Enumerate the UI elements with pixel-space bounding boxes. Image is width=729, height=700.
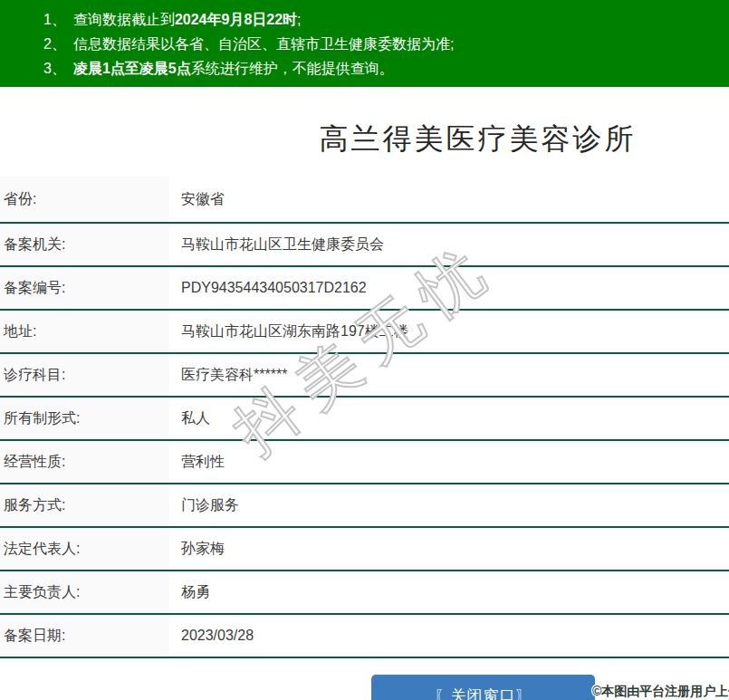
notice-text: 信息数据结果以各省、自治区、直辖市卫生健康委数据为准; — [73, 36, 454, 52]
table-row-departments: 诊疗科目: 医疗美容科****** — [0, 354, 729, 398]
notice-line-3: 3、凌晨1点至凌晨5点系统进行维护，不能提供查询。 — [43, 56, 720, 81]
notice-banner: 1、查询数据截止到2024年9月8日22时; 2、信息数据结果以各省、自治区、直… — [0, 0, 729, 87]
row-value: 杨勇 — [169, 571, 729, 613]
table-row-ownership: 所有制形式: 私人 — [0, 398, 729, 441]
notice-text-bold: 2024年9月8日22时 — [175, 12, 297, 27]
row-label: 地址: — [0, 311, 169, 352]
notice-number: 2、 — [43, 36, 66, 52]
table-row-filing-authority: 备案机关: 马鞍山市花山区卫生健康委员会 — [0, 224, 729, 267]
notice-number: 3、 — [43, 61, 66, 76]
table-row-legal-representative: 法定代表人: 孙家梅 — [0, 528, 729, 571]
row-value: 2023/03/28 — [169, 615, 729, 657]
close-window-button[interactable]: 〖关闭窗口〗 — [371, 675, 595, 700]
record-page: 1、查询数据截止到2024年9月8日22时; 2、信息数据结果以各省、自治区、直… — [0, 0, 729, 700]
notice-text-bold: 凌晨1点至凌晨5点 — [73, 61, 191, 76]
row-label: 主要负责人: — [0, 571, 169, 613]
row-value: 安徽省 — [169, 177, 729, 222]
row-label: 法定代表人: — [0, 528, 169, 570]
table-row-service-mode: 服务方式: 门诊服务 — [0, 484, 729, 528]
table-row-filing-date: 备案日期: 2023/03/28 — [0, 615, 729, 658]
table-row-operation-nature: 经营性质: 营利性 — [0, 441, 729, 484]
notice-line-1: 1、查询数据截止到2024年9月8日22时; — [43, 7, 720, 32]
table-row-province: 省份: 安徽省 — [0, 177, 729, 224]
row-label: 经营性质: — [0, 441, 169, 483]
notice-text: 系统进行维护，不能提供查询。 — [191, 61, 394, 76]
row-value: 孙家梅 — [169, 528, 729, 570]
row-value: 营利性 — [169, 441, 729, 483]
row-value: 马鞍山市花山区卫生健康委员会 — [169, 224, 729, 265]
row-label: 服务方式: — [0, 484, 169, 526]
row-value: 私人 — [169, 398, 729, 439]
row-label: 备案机关: — [0, 224, 169, 265]
footer: 〖关闭窗口〗 ©本图由平台注册用户上传 — [0, 658, 729, 700]
row-label: 备案日期: — [0, 615, 169, 657]
notice-number: 1、 — [43, 12, 66, 27]
row-label: 备案编号: — [0, 267, 169, 309]
notice-text: ; — [297, 12, 301, 27]
row-value: 医疗美容科****** — [169, 354, 729, 396]
notice-line-2: 2、信息数据结果以各省、自治区、直辖市卫生健康委数据为准; — [43, 32, 720, 56]
table-row-address: 地址: 马鞍山市花山区湖东南路197楼二楼 — [0, 311, 729, 354]
row-label: 省份: — [0, 177, 169, 222]
row-value: 马鞍山市花山区湖东南路197楼二楼 — [169, 311, 729, 352]
row-value: 门诊服务 — [169, 484, 729, 526]
upload-credit-text: ©本图由平台注册用户上传 — [592, 684, 729, 700]
notice-text: 查询数据截止到 — [73, 12, 175, 27]
row-value: PDY94354434050317D2162 — [169, 267, 729, 309]
record-table: 省份: 安徽省 备案机关: 马鞍山市花山区卫生健康委员会 备案编号: PDY94… — [0, 177, 729, 658]
row-label: 所有制形式: — [0, 398, 169, 439]
table-row-person-in-charge: 主要负责人: 杨勇 — [0, 571, 729, 615]
row-label: 诊疗科目: — [0, 354, 169, 396]
page-title: 高兰得美医疗美容诊所 — [0, 120, 729, 159]
table-row-filing-number: 备案编号: PDY94354434050317D2162 — [0, 267, 729, 311]
